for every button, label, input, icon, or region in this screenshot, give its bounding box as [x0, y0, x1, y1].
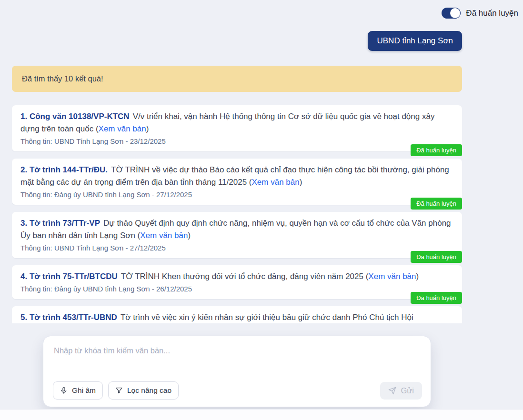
filter-funnel-icon: [115, 387, 123, 394]
trained-badge: Đã huấn luyện: [411, 198, 462, 210]
result-title: 1. Công văn 10138/VP-KTCN: [20, 112, 130, 121]
microphone-icon: [60, 387, 68, 394]
trained-badge: Đã huấn luyện: [411, 144, 462, 156]
result-card: 1. Công văn 10138/VP-KTCNV/v triển khai,…: [12, 105, 462, 151]
header-row: Đã huấn luyện: [0, 0, 523, 19]
view-document-link[interactable]: Xem văn bản: [252, 178, 300, 187]
send-plane-icon: [388, 387, 396, 395]
result-info: Thông tin: UBND Tỉnh Lạng Sơn - 23/12/20…: [20, 137, 453, 146]
result-title: 3. Tờ trình 73/TTr-VP: [20, 219, 100, 228]
trained-toggle[interactable]: [442, 8, 461, 19]
result-link-suffix: ): [416, 272, 419, 281]
view-document-link[interactable]: Xem văn bản: [99, 124, 146, 133]
composer-controls: Ghi âm Lọc nâng cao Gửi: [43, 381, 431, 407]
result-description: TỜ TRÌNH Khen thưởng đối với tổ chức đản…: [121, 272, 369, 281]
result-title: 4. Tờ trình 75-TTr/BTCDU: [20, 272, 118, 281]
trained-badge: Đã huấn luyện: [411, 251, 462, 263]
result-description: Tờ trình về việc xin ý kiến nhân sự giới…: [121, 313, 413, 322]
result-card: 5. Tờ trình 453/TTr-UBNDTờ trình về việc…: [12, 306, 462, 323]
send-button[interactable]: Gửi: [380, 382, 422, 400]
result-card: 2. Tờ trình 144-TTr/ĐU.TỜ TRÌNH về việc …: [12, 159, 462, 205]
result-title: 5. Tờ trình 453/TTr-UBND: [20, 313, 117, 322]
view-document-link[interactable]: Xem văn bản: [140, 231, 188, 240]
trained-toggle-label: Đã huấn luyện: [466, 9, 518, 18]
toggle-knob: [450, 8, 460, 18]
org-button-row: UBND tỉnh Lạng Sơn: [12, 31, 462, 51]
org-button[interactable]: UBND tỉnh Lạng Sơn: [368, 31, 462, 51]
result-card: 4. Tờ trình 75-TTr/BTCDUTỜ TRÌNH Khen th…: [12, 265, 462, 299]
result-link-suffix: ): [300, 178, 302, 187]
record-button[interactable]: Ghi âm: [53, 381, 103, 400]
filter-button-label: Lọc nâng cao: [127, 386, 171, 395]
page-bottom-strip: [0, 409, 523, 420]
results-count-banner: Đã tìm thấy 10 kết quả!: [12, 66, 462, 92]
result-info: Thông tin: UBND Tỉnh Lạng Sơn - 27/12/20…: [20, 243, 453, 253]
advanced-filter-button[interactable]: Lọc nâng cao: [108, 381, 179, 400]
result-card: 3. Tờ trình 73/TTr-VPDự thảo Quyết định …: [12, 212, 462, 258]
result-link-suffix: ): [188, 231, 191, 240]
results-list: 1. Công văn 10138/VP-KTCNV/v triển khai,…: [12, 105, 462, 323]
result-info: Thông tin: Đảng ủy UBND tỉnh Lạng Sơn - …: [20, 190, 453, 200]
trained-badge: Đã huấn luyện: [411, 292, 462, 304]
result-link-suffix: ): [146, 124, 149, 133]
view-document-link[interactable]: Xem văn bản: [368, 272, 416, 281]
send-button-label: Gửi: [401, 386, 414, 395]
result-title: 2. Tờ trình 144-TTr/ĐU.: [20, 165, 108, 174]
result-info: Thông tin: Đảng ủy UBND tỉnh Lạng Sơn - …: [20, 284, 453, 294]
search-input[interactable]: [53, 345, 421, 381]
search-composer: Ghi âm Lọc nâng cao Gửi: [43, 336, 431, 407]
record-button-label: Ghi âm: [72, 386, 96, 395]
